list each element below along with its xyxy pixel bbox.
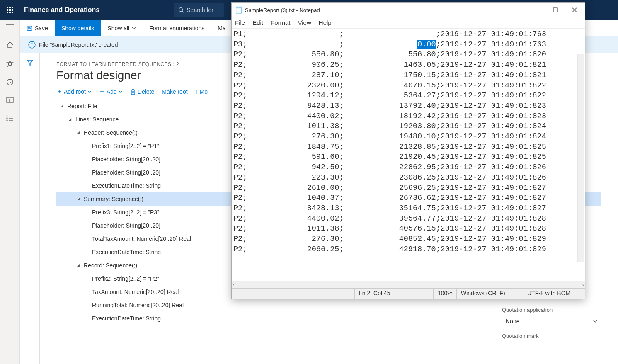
notepad-window[interactable]: SampleReport (3).txt - Notepad FileEditF… xyxy=(231,2,585,299)
app-title: Finance and Operations xyxy=(24,6,99,14)
text-line: P2; 1294.12; 5364.27;2019-12-27 01:49:01… xyxy=(233,91,583,101)
plus-icon: ＋ xyxy=(99,88,105,95)
menu-edit[interactable]: Edit xyxy=(252,19,263,26)
svg-point-11 xyxy=(7,118,7,119)
show-all-label: Show all xyxy=(107,25,129,32)
caret-down-icon[interactable]: ◢ xyxy=(59,99,65,113)
properties-panel: Quotation application None Quotation mar… xyxy=(502,302,606,341)
svg-rect-15 xyxy=(28,26,30,27)
more-button[interactable]: Ma xyxy=(211,20,232,36)
caret-down-icon[interactable]: ◢ xyxy=(67,113,73,126)
text-line: P2; 2610.00; 25696.25;2019-12-27 01:49:0… xyxy=(233,183,583,194)
tree-node-label: Placeholder: String[20..20] xyxy=(90,153,162,166)
more-label: Ma xyxy=(218,25,225,32)
show-all-button[interactable]: Show all xyxy=(101,20,143,36)
caret-down-icon[interactable]: ◢ xyxy=(75,192,81,206)
maximize-button[interactable] xyxy=(546,4,565,16)
delete-button[interactable]: Delete xyxy=(130,88,154,95)
tree-node-label: TaxAmount: Numeric[20..20] Real xyxy=(90,285,180,298)
svg-rect-6 xyxy=(7,97,13,102)
add-label: Add xyxy=(107,88,117,95)
menu-format[interactable]: Format xyxy=(271,19,291,26)
text-line: P2; 4400.02; 39564.77;2019-12-27 01:49:0… xyxy=(233,214,583,224)
tree-node-label: ExecutionDateTime: String xyxy=(90,179,162,192)
svg-point-9 xyxy=(7,116,7,116)
menu-view[interactable]: View xyxy=(298,19,311,26)
home-icon[interactable] xyxy=(6,41,14,50)
tree-node-label: Report: File xyxy=(65,99,99,113)
tree-node-label: Header: Sequence(;) xyxy=(82,126,139,139)
svg-rect-16 xyxy=(28,28,31,30)
notepad-menubar: FileEditFormatViewHelp xyxy=(232,17,585,29)
star-icon[interactable] xyxy=(6,60,14,68)
chevron-down-icon xyxy=(132,27,136,29)
svg-line-1 xyxy=(182,11,184,13)
search-box[interactable]: Search for xyxy=(174,3,224,17)
hamburger-icon[interactable] xyxy=(6,24,14,31)
search-placeholder: Search for xyxy=(187,7,213,13)
quotation-app-dropdown[interactable]: None xyxy=(502,315,601,328)
text-line: P2; 1011.38; 19203.80;2019-12-27 01:49:0… xyxy=(233,121,583,132)
search-icon xyxy=(178,7,184,13)
tree-node-label: ExecutionDateTime: String xyxy=(90,312,162,325)
scrollbar-vertical[interactable] xyxy=(577,54,584,262)
funnel-icon[interactable] xyxy=(26,59,34,364)
show-details-label: Show details xyxy=(61,25,94,32)
tree-node-label: Summary: Sequence(;) xyxy=(82,192,145,206)
text-line: P2; 287.10; 1750.15;2019-12-27 01:49:01:… xyxy=(233,70,583,81)
caret-down-icon[interactable]: ◢ xyxy=(75,259,81,272)
arrow-up-icon: ↑ xyxy=(195,88,198,95)
text-line: P2; 1011.38; 40576.15;2019-12-27 01:49:0… xyxy=(233,224,583,234)
tree-node-label: Prefix1: String[2..2] = "P1" xyxy=(90,139,161,153)
status-eol: Windows (CRLF) xyxy=(456,289,523,299)
quotation-app-label: Quotation application xyxy=(502,307,606,313)
text-line: P2; 1040.37; 26736.62;2019-12-27 01:49:0… xyxy=(233,193,583,204)
svg-rect-21 xyxy=(236,7,242,8)
tree-node-label: ExecutionDateTime: String xyxy=(90,245,162,259)
window-controls xyxy=(527,4,584,16)
quotation-app-value: None xyxy=(506,318,519,325)
add-root-label: Add root xyxy=(64,88,86,95)
move-button[interactable]: ↑ Mo xyxy=(195,88,208,95)
save-label: Save xyxy=(35,25,48,32)
save-button[interactable]: Save xyxy=(20,20,55,36)
tree-node-label: Prefix3: String[2..2] = "P3" xyxy=(90,206,161,219)
save-icon xyxy=(27,25,32,31)
format-enum-button[interactable]: Format enumerations xyxy=(143,20,211,36)
notepad-icon xyxy=(235,6,242,14)
chevron-down-icon xyxy=(87,90,92,93)
tree-node-label: Prefix2: String[2..2] = "P2" xyxy=(90,272,161,285)
caret-down-icon[interactable]: ◢ xyxy=(75,126,81,139)
workspace-icon[interactable] xyxy=(6,97,14,105)
add-root-button[interactable]: ＋ Add root xyxy=(56,88,92,95)
chevron-down-icon xyxy=(119,90,123,93)
trash-icon xyxy=(130,88,136,95)
notepad-titlebar[interactable]: SampleReport (3).txt - Notepad xyxy=(232,3,585,17)
text-line: P2; 556.80; 556.80;2019-12-27 01:49:01:8… xyxy=(233,50,583,60)
tree-node-label: Placeholder: String[20..20] xyxy=(90,219,162,232)
text-line: P2; 8428.13; 13792.40;2019-12-27 01:49:0… xyxy=(233,101,583,112)
notepad-content[interactable]: P1; ; ;2019-12-27 01:49:01:763P3; ; 0.00… xyxy=(232,29,585,255)
left-rail xyxy=(0,20,20,364)
menu-help[interactable]: Help xyxy=(319,19,332,26)
list-icon[interactable] xyxy=(6,115,14,123)
menu-file[interactable]: File xyxy=(235,19,245,26)
text-line: P3; ; 0.00;2019-12-27 01:49:01:763 xyxy=(233,40,583,50)
add-button[interactable]: ＋ Add xyxy=(99,88,123,95)
make-root-button[interactable]: Make root xyxy=(162,88,187,95)
info-icon xyxy=(28,41,36,49)
app-launcher-icon[interactable] xyxy=(0,0,20,20)
show-details-button[interactable]: Show details xyxy=(55,20,101,36)
svg-point-13 xyxy=(7,120,7,121)
text-line: P2; 4400.02; 18192.42;2019-12-27 01:49:0… xyxy=(233,112,583,122)
text-line: P2; 223.30; 23086.25;2019-12-27 01:49:01… xyxy=(233,173,583,183)
clock-icon[interactable] xyxy=(6,78,14,87)
minimize-button[interactable] xyxy=(527,4,546,16)
scroll-right-icon[interactable]: › xyxy=(582,281,584,288)
svg-point-0 xyxy=(179,8,183,12)
text-line: P2; 2320.00; 4070.15;2019-12-27 01:49:01… xyxy=(233,81,583,91)
scrollbar-horizontal[interactable]: ‹ › xyxy=(232,281,585,288)
close-button[interactable] xyxy=(565,4,584,16)
tree-node-label: Placeholder: String[20..20] xyxy=(90,166,162,179)
scroll-left-icon[interactable]: ‹ xyxy=(233,281,235,288)
